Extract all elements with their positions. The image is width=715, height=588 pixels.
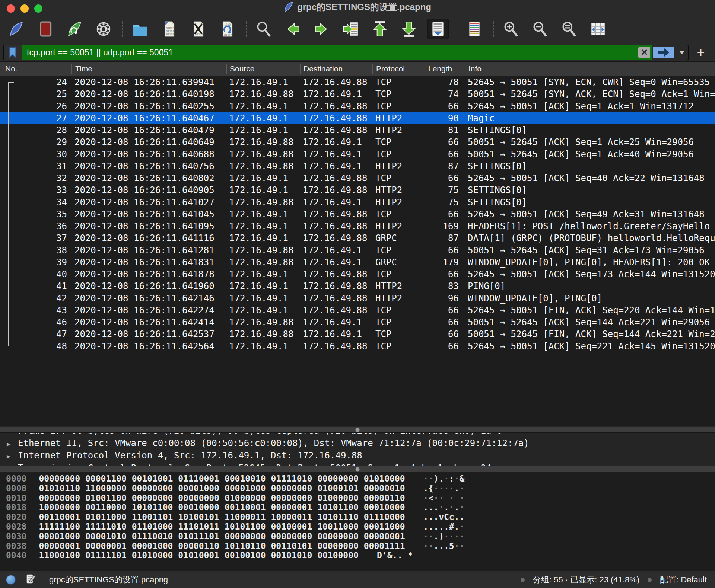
packet-cell-time: 2020-12-08 16:26:11.642274 [72, 304, 226, 316]
zoom-in-button[interactable] [500, 19, 522, 39]
bytes-row[interactable]: 001000000000 01001100 00000000 00000000 … [0, 493, 715, 503]
bytes-row[interactable]: 003800000001 00000001 00001000 00000110 … [0, 541, 715, 551]
capture-comment-icon[interactable] [26, 573, 36, 587]
column-header-time[interactable]: Time [72, 64, 226, 74]
packet-cell-time: 2020-12-08 16:26:11.640198 [72, 88, 226, 100]
go-back-button[interactable] [282, 19, 304, 39]
byte-bits: 00000000 00001100 00101001 01110001 0001… [26, 474, 405, 483]
packet-cell-dst: 172.16.49.88 [300, 280, 372, 292]
packet-cell-dst: 172.16.49.88 [300, 232, 372, 244]
close-file-button[interactable]: 01110 [187, 19, 209, 39]
list-autoscroll-icon [429, 20, 447, 38]
bytes-row[interactable]: 003000001000 00001010 01110010 01011101 … [0, 532, 715, 541]
packet-row[interactable]: 412020-12-08 16:26:11.641960172.16.49.11… [0, 280, 715, 292]
go-first-packet-button[interactable] [369, 19, 391, 39]
packet-row[interactable]: 322020-12-08 16:26:11.640802172.16.49.11… [0, 172, 715, 184]
packet-cell-len: 87 [425, 232, 465, 244]
packet-row[interactable]: 482020-12-08 16:26:11.642564172.16.49.11… [0, 341, 715, 352]
packet-cell-src: 172.16.49.1 [226, 232, 300, 244]
column-header-protocol[interactable]: Protocol [372, 64, 425, 74]
bytes-row[interactable]: 002811111100 11111010 01101000 11101011 … [0, 522, 715, 532]
packet-cell-proto: TCP [372, 341, 425, 352]
packet-row[interactable]: 302020-12-08 16:26:11.640688172.16.49.88… [0, 148, 715, 160]
expert-info-icon[interactable] [6, 575, 16, 585]
clear-x-icon: ✕ [638, 47, 650, 58]
packet-row[interactable]: 332020-12-08 16:26:11.640905172.16.49.11… [0, 184, 715, 196]
detail-line[interactable]: ▶Ethernet II, Src: VMware_c0:00:08 (00:5… [0, 437, 715, 450]
packet-row[interactable]: 282020-12-08 16:26:11.640479172.16.49.11… [0, 124, 715, 136]
packet-cell-len: 75 [425, 184, 465, 196]
save-file-button[interactable]: 01010 01101 01110 [158, 19, 180, 39]
packet-row[interactable]: 372020-12-08 16:26:11.641116172.16.49.11… [0, 232, 715, 244]
column-header-info[interactable]: Info [465, 64, 715, 74]
bytes-row[interactable]: 002000110001 01011000 11001101 10100101 … [0, 512, 715, 522]
display-filter-input[interactable] [22, 48, 637, 58]
status-profile[interactable]: 配置: Default [660, 574, 707, 585]
start-capture-button[interactable] [5, 19, 28, 39]
go-forward-button[interactable] [311, 19, 333, 39]
go-last-packet-button[interactable] [398, 19, 420, 39]
packet-row[interactable]: 292020-12-08 16:26:11.640649172.16.49.88… [0, 136, 715, 148]
detail-line[interactable]: ▶Internet Protocol Version 4, Src: 172.1… [0, 450, 715, 462]
open-file-button[interactable] [129, 19, 151, 39]
byte-offset: 0030 [0, 531, 26, 541]
filter-bookmark-button[interactable] [4, 45, 22, 60]
capture-options-button[interactable] [92, 19, 115, 39]
packet-row[interactable]: 422020-12-08 16:26:11.642146172.16.49.11… [0, 293, 715, 304]
detail-line[interactable]: Frame 27: 90 bytes on wire (720 bits), 9… [0, 433, 715, 437]
bytes-row[interactable]: 000801010110 11000000 00000000 00001000 … [0, 484, 715, 493]
column-header-no[interactable]: No. [0, 64, 72, 74]
packet-cell-time: 2020-12-08 16:26:11.641095 [72, 220, 226, 232]
auto-scroll-button[interactable] [427, 19, 449, 39]
coloring-rules-button[interactable] [463, 19, 486, 39]
magnifier-plus-icon [502, 20, 519, 38]
packet-row[interactable]: 312020-12-08 16:26:11.640756172.16.49.88… [0, 160, 715, 172]
packet-cell-src: 172.16.49.88 [226, 160, 300, 172]
add-filter-button[interactable]: + [693, 46, 709, 59]
twistie-closed-icon[interactable]: ▶ [7, 450, 18, 462]
detail-line[interactable]: ▼Transmission Control Protocol, Src Port… [0, 462, 715, 466]
packet-cell-src: 172.16.49.1 [226, 220, 300, 232]
packet-row[interactable]: 392020-12-08 16:26:11.641831172.16.49.88… [0, 256, 715, 268]
pane-splitter[interactable] [0, 426, 715, 433]
column-header-source[interactable]: Source [226, 64, 300, 74]
packet-row[interactable]: 342020-12-08 16:26:11.641027172.16.49.88… [0, 196, 715, 208]
go-to-packet-button[interactable] [340, 19, 362, 39]
packet-bytes-pane: 000000000000 00001100 00101001 01110001 … [0, 472, 715, 571]
zoom-out-button[interactable] [529, 19, 551, 39]
twistie-open-icon[interactable]: ▼ [7, 463, 18, 466]
packet-row[interactable]: 382020-12-08 16:26:11.641281172.16.49.88… [0, 245, 715, 256]
stop-capture-button[interactable] [34, 19, 57, 39]
find-packet-button[interactable] [252, 19, 275, 39]
packet-row[interactable]: 402020-12-08 16:26:11.641878172.16.49.11… [0, 268, 715, 280]
zoom-reset-button[interactable] [558, 19, 580, 39]
packet-row[interactable]: 362020-12-08 16:26:11.641095172.16.49.11… [0, 220, 715, 232]
filter-history-dropdown[interactable] [676, 45, 688, 60]
packet-row[interactable]: 252020-12-08 16:26:11.640198172.16.49.88… [0, 88, 715, 100]
reload-file-button[interactable]: 1010 01110 [216, 19, 238, 39]
packet-cell-time: 2020-12-08 16:26:11.641960 [72, 280, 226, 292]
resize-columns-button[interactable] [587, 19, 609, 39]
packet-row[interactable]: 472020-12-08 16:26:11.642537172.16.49.88… [0, 328, 715, 340]
bytes-row[interactable]: 001810000000 00110000 10101100 00010000 … [0, 503, 715, 512]
pane-splitter[interactable] [0, 466, 715, 472]
packet-cell-dst: 172.16.49.1 [300, 245, 372, 256]
bytes-row[interactable]: 004011000100 01111101 01010000 01010001 … [0, 551, 715, 560]
twistie-closed-icon[interactable]: ▶ [7, 438, 18, 450]
packet-row[interactable]: 462020-12-08 16:26:11.642414172.16.49.88… [0, 316, 715, 328]
packet-row[interactable]: 242020-12-08 16:26:11.639941172.16.49.11… [0, 76, 715, 88]
column-header-destination[interactable]: Destination [300, 64, 372, 74]
bytes-row[interactable]: 000000000000 00001100 00101001 01110001 … [0, 474, 715, 484]
packet-row[interactable]: 352020-12-08 16:26:11.641045172.16.49.11… [0, 208, 715, 220]
apply-filter-button[interactable] [653, 47, 674, 58]
packet-row[interactable]: 272020-12-08 16:26:11.640467172.16.49.11… [0, 112, 715, 124]
packet-cell-dst: 172.16.49.1 [300, 148, 372, 160]
packet-cell-src: 172.16.49.88 [226, 196, 300, 208]
packet-cell-len: 66 [425, 328, 465, 340]
clear-filter-button[interactable]: ✕ [637, 45, 652, 60]
packet-row[interactable]: 262020-12-08 16:26:11.640255172.16.49.11… [0, 100, 715, 112]
restart-capture-button[interactable] [63, 19, 86, 39]
packet-row[interactable]: 432020-12-08 16:26:11.642274172.16.49.11… [0, 304, 715, 316]
arrow-into-list-icon [342, 20, 359, 38]
column-header-length[interactable]: Length [425, 64, 465, 74]
